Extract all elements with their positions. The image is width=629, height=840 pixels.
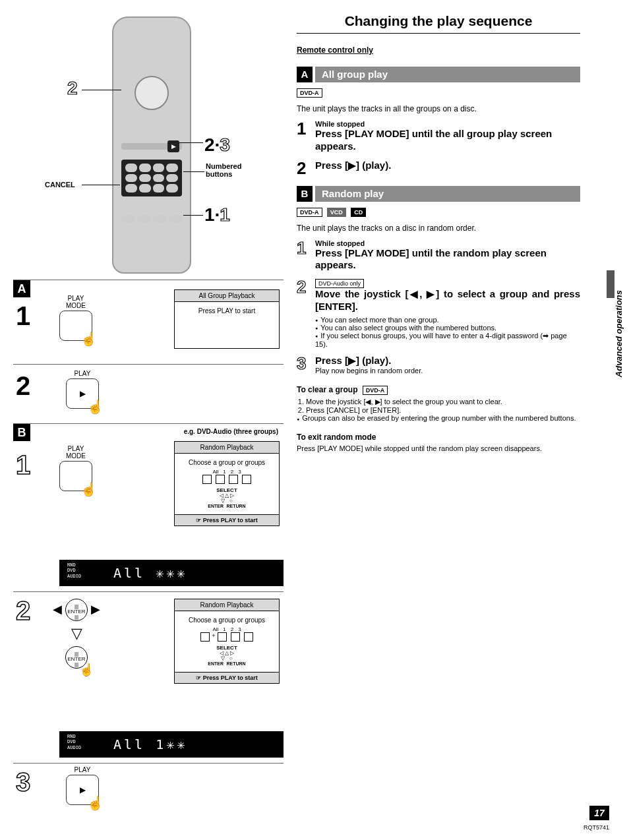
format-note: DVD-Audio only: [315, 279, 364, 288]
format-badge: DVD-A: [297, 208, 322, 217]
panel-b-step1: B e.g. DVD-Audio (three groups) 1 PLAY M…: [13, 424, 284, 592]
button-label: PLAY: [66, 370, 99, 377]
display-tags: RND DVD AUDIO: [67, 734, 81, 750]
plus-icon: +: [212, 632, 215, 639]
panel-b-step3: 3 PLAY: [13, 764, 284, 816]
osd-allgroup: All Group Playback Press PLAY to start: [174, 289, 280, 349]
callout-2: 2: [67, 78, 78, 99]
format-badge: DVD-A: [297, 88, 322, 98]
section-title: All group play: [315, 67, 580, 82]
remote-body-icon: ▶: [112, 16, 191, 274]
press-icon: [59, 461, 92, 491]
osd-random1: Random Playback Choose a group or groups…: [174, 441, 280, 526]
section-letter: B: [297, 186, 313, 202]
page-title: Changing the play sequence: [297, 13, 580, 34]
group-box: [216, 475, 225, 484]
callout-line: [82, 185, 120, 185]
step-row: 3 Press [▶] (play). Play now begins in r…: [297, 355, 580, 375]
press-icon: [66, 775, 99, 805]
intro-text: The unit plays the tracks in all the gro…: [297, 104, 580, 113]
document-code: RQT5741: [584, 824, 609, 831]
step-content: Press [▶] (play). Play now begins in ran…: [315, 355, 580, 375]
osd-subtitle: Choose a group or groups: [179, 459, 275, 466]
group-box: [231, 632, 240, 642]
step-row: 2 Press [▶] (play).: [297, 160, 580, 177]
step-content: DVD-Audio only Move the joystick [◀, ▶] …: [315, 278, 580, 348]
format-badges: DVD-A VCD CD: [297, 207, 580, 217]
osd-random2: Random Playback Choose a group or groups…: [174, 599, 280, 684]
section-letter: A: [297, 67, 313, 82]
playmode-button-graphic: PLAY MODE: [59, 295, 92, 343]
callout-1-1: 1·1: [204, 204, 230, 225]
button-label: PLAY: [66, 766, 99, 773]
panel-a-step1: A 1 PLAY MODE All Group Playback Press P…: [13, 280, 284, 365]
panel-a-step2: 2 PLAY: [13, 365, 284, 424]
enter-circle-icon: |||ENTER|||: [65, 599, 88, 621]
step-main: Press [PLAY MODE] until the all group pl…: [315, 128, 580, 153]
step-content: Press [▶] (play).: [315, 160, 580, 177]
step-main: Press [▶] (play).: [315, 160, 580, 172]
side-section-label: Advanced operations: [614, 290, 624, 377]
osd-footer: ☞ Press PLAY to start: [175, 672, 279, 683]
group-box: [200, 632, 210, 642]
example-label: e.g. DVD-Audio (three groups): [184, 428, 278, 435]
bullet-item: You can also select groups with the numb…: [315, 324, 580, 332]
remote-diagram: ▶ 2 2·3 Numbered buttons CANCE: [13, 13, 284, 280]
osd-footer: ☞ Press PLAY to start: [175, 514, 279, 525]
section-letter-b: B: [13, 424, 30, 441]
display-tags: RND DVD AUDIO: [67, 562, 81, 579]
right-column: Changing the play sequence Remote contro…: [297, 13, 580, 816]
exit-body: Press [PLAY MODE] while stopped until th…: [297, 444, 580, 452]
display-text: All ✳✳✳: [113, 565, 187, 581]
bullet-item: You can select more than one group.: [315, 316, 580, 324]
step-pre: While stopped: [315, 120, 580, 128]
intro-text: The unit plays the tracks on a disc in r…: [297, 224, 580, 233]
step-pre: While stopped: [315, 239, 580, 247]
enter-press-icon: |||ENTER|||☝: [53, 646, 100, 669]
section-a-header: A All group play: [297, 67, 580, 82]
clear-note: Groups can also be erased by entering th…: [297, 414, 580, 422]
play-button-icon: ▶: [167, 140, 179, 152]
osd-body: Choose a group or groups All123 SELECT ◁…: [175, 454, 279, 514]
step-row: 1 While stopped Press [PLAY MODE] until …: [297, 239, 580, 272]
callout-line: [82, 90, 121, 90]
step-row: 1 While stopped Press [PLAY MODE] until …: [297, 120, 580, 153]
group-box: [218, 632, 227, 642]
arrows-icon: ◀ |||ENTER||| ▶: [53, 599, 100, 621]
osd-title: Random Playback: [175, 599, 279, 611]
numpad-icon: [121, 160, 182, 196]
press-icon: [59, 311, 92, 341]
exit-head: To exit random mode: [297, 433, 580, 442]
step-number: 2: [297, 278, 315, 348]
format-badge: CD: [351, 208, 366, 217]
step-number: 1: [16, 450, 30, 480]
format-badge: VCD: [327, 208, 346, 217]
panel-b-step2: 2 ◀ |||ENTER||| ▶ ▽ |||ENTER|||☝ Random …: [13, 592, 284, 764]
osd-body: Choose a group or groups All123 + SELECT…: [175, 611, 279, 672]
step-content: While stopped Press [PLAY MODE] until th…: [315, 239, 580, 272]
left-column: ▶ 2 2·3 Numbered buttons CANCE: [13, 13, 284, 816]
callout-line: [179, 142, 203, 143]
section-b-header: B Random play: [297, 186, 580, 202]
group-box: [244, 632, 253, 642]
bullet-item: If you select bonus groups, you will hav…: [315, 332, 580, 348]
section-letter-a: A: [13, 280, 30, 297]
step-number: 2: [16, 371, 30, 401]
step-number: 1: [297, 120, 315, 153]
callout-line: [183, 215, 203, 216]
play-button-graphic: PLAY: [66, 766, 99, 807]
osd-title: Random Playback: [175, 442, 279, 454]
group-box: [202, 475, 212, 484]
osd-title: All Group Playback: [175, 290, 279, 302]
step-number: 3: [16, 767, 30, 797]
callout-line: [183, 171, 204, 172]
step-main: Move the joystick [◀, ▶] to select a gro…: [315, 288, 580, 313]
step-sub: Play now begins in random order.: [315, 367, 580, 375]
display-strip: RND DVD AUDIO All 1✳✳: [59, 731, 284, 758]
list-item: Move the joystick [◀, ▶] to select the g…: [306, 398, 580, 406]
list-item: Press [CANCEL] or [ENTER].: [306, 406, 580, 414]
clear-group-head: To clear a group DVD-A: [297, 385, 580, 395]
joystick-graphic: ◀ |||ENTER||| ▶ ▽ |||ENTER|||☝: [53, 599, 100, 669]
step-number: 2: [16, 596, 30, 626]
group-box: [229, 475, 238, 484]
